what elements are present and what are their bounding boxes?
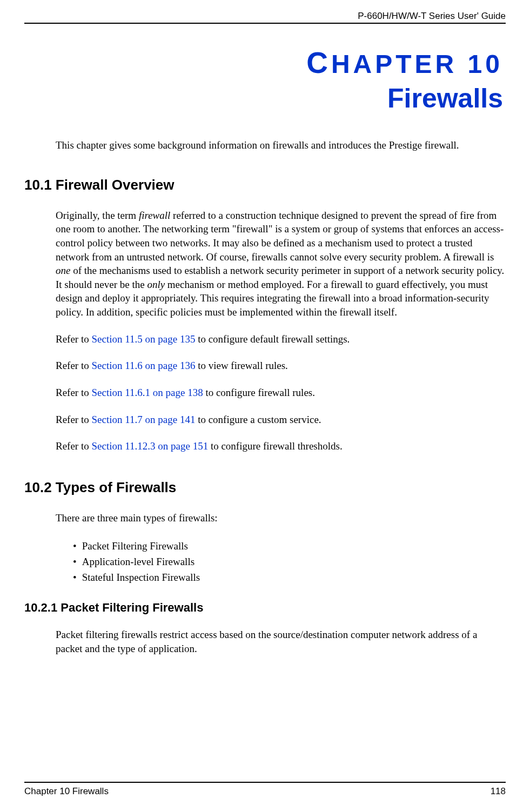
italic-text: firewall bbox=[139, 210, 170, 221]
chapter-label: CHAPTER 10 bbox=[24, 45, 503, 80]
italic-text: one bbox=[56, 265, 70, 276]
page-footer: Chapter 10 Firewalls 118 bbox=[24, 782, 506, 797]
cross-reference-link[interactable]: Section 11.12.3 on page 151 bbox=[91, 440, 208, 452]
cross-reference-link[interactable]: Section 11.7 on page 141 bbox=[91, 414, 195, 425]
refer-prefix: Refer to bbox=[56, 414, 91, 425]
italic-text: only bbox=[147, 279, 165, 290]
cross-reference-link[interactable]: Section 11.5 on page 135 bbox=[91, 333, 195, 345]
section-10-2-intro: There are three main types of firewalls: bbox=[56, 511, 506, 525]
refer-tail: to configure default firewall settings. bbox=[195, 333, 350, 345]
refer-line-4: Refer to Section 11.7 on page 141 to con… bbox=[56, 413, 506, 427]
cross-reference-link[interactable]: Section 11.6 on page 136 bbox=[91, 360, 195, 371]
section-10-1-para1: Originally, the term firewall referred t… bbox=[56, 209, 506, 319]
refer-line-5: Refer to Section 11.12.3 on page 151 to … bbox=[56, 439, 506, 453]
list-item: Packet Filtering Firewalls bbox=[73, 538, 506, 554]
refer-prefix: Refer to bbox=[56, 387, 91, 398]
refer-prefix: Refer to bbox=[56, 333, 91, 345]
chapter-label-cap: C bbox=[306, 46, 331, 79]
list-item: Application-level Firewalls bbox=[73, 554, 506, 569]
refer-tail: to configure firewall rules. bbox=[203, 387, 315, 398]
chapter-intro: This chapter gives some background infor… bbox=[56, 138, 506, 152]
refer-line-2: Refer to Section 11.6 on page 136 to vie… bbox=[56, 359, 506, 373]
page-header: P-660H/HW/W-T Series User' Guide bbox=[24, 11, 506, 24]
chapter-title: Firewalls bbox=[24, 83, 503, 114]
refer-prefix: Refer to bbox=[56, 360, 91, 371]
section-10-2-1-heading: 10.2.1 Packet Filtering Firewalls bbox=[24, 601, 506, 615]
para-text: Originally, the term bbox=[56, 210, 139, 221]
refer-tail: to configure a custom service. bbox=[195, 414, 321, 425]
section-10-2-heading: 10.2 Types of Firewalls bbox=[24, 479, 506, 496]
chapter-number: 10 bbox=[457, 50, 503, 78]
section-10-1-heading: 10.1 Firewall Overview bbox=[24, 177, 506, 193]
footer-chapter-label: Chapter 10 Firewalls bbox=[24, 786, 109, 797]
firewall-types-list: Packet Filtering Firewalls Application-l… bbox=[73, 538, 506, 586]
cross-reference-link[interactable]: Section 11.6.1 on page 138 bbox=[91, 387, 203, 398]
section-10-2-1-para: Packet filtering firewalls restrict acce… bbox=[56, 628, 506, 655]
refer-line-3: Refer to Section 11.6.1 on page 138 to c… bbox=[56, 386, 506, 400]
chapter-label-rest: HAPTER bbox=[331, 50, 457, 78]
refer-line-1: Refer to Section 11.5 on page 135 to con… bbox=[56, 332, 506, 346]
refer-prefix: Refer to bbox=[56, 440, 91, 452]
refer-tail: to view firewall rules. bbox=[195, 360, 287, 371]
guide-title: P-660H/HW/W-T Series User' Guide bbox=[358, 11, 506, 21]
refer-tail: to configure firewall thresholds. bbox=[208, 440, 343, 452]
footer-page-number: 118 bbox=[491, 786, 506, 797]
list-item: Stateful Inspection Firewalls bbox=[73, 569, 506, 585]
